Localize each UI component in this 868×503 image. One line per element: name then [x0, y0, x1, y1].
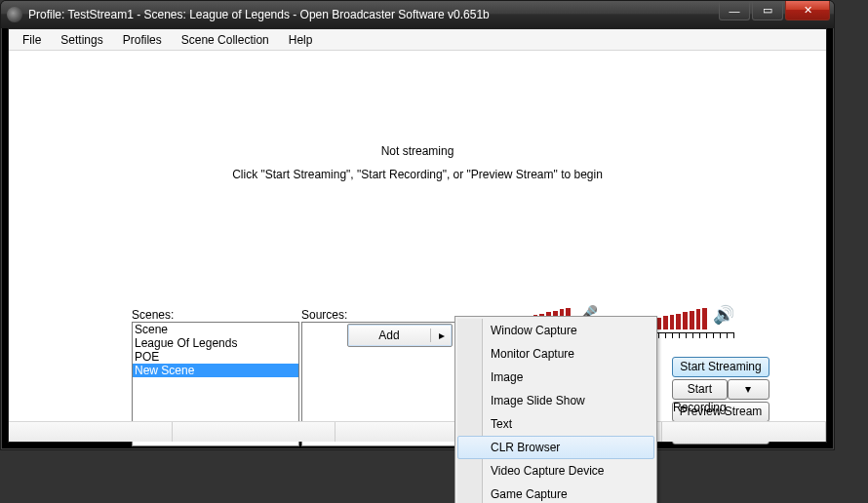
add-source-submenu: Window CaptureMonitor CaptureImageImage … [454, 316, 657, 503]
context-menu-item[interactable]: Video Capture Device [457, 459, 654, 483]
minimize-button[interactable]: — [719, 1, 750, 20]
context-menu-item[interactable]: Window Capture [457, 319, 654, 342]
scene-item[interactable]: Scene [133, 323, 298, 336]
add-source-menu-button[interactable]: Add ▸ [347, 324, 453, 347]
titlebar[interactable]: Profile: TestStream1 - Scenes: League of… [1, 1, 834, 28]
scenes-label: Scenes: [132, 308, 299, 322]
status-cell [662, 422, 826, 442]
add-source-label: Add [348, 329, 430, 342]
start-recording-button[interactable]: Start Recording [672, 379, 728, 400]
preview-status: Not streaming [381, 144, 454, 158]
scene-item[interactable]: New Scene [133, 364, 298, 377]
scene-item[interactable]: POE [133, 350, 298, 364]
client-area: File Settings Profiles Scene Collection … [8, 28, 827, 443]
window-title: Profile: TestStream1 - Scenes: League of… [28, 8, 490, 21]
menu-profiles[interactable]: Profiles [113, 30, 172, 50]
context-menu-item[interactable]: Text [457, 412, 654, 436]
app-icon [7, 7, 22, 22]
scene-item[interactable]: League Of Legends [133, 336, 298, 350]
menu-help[interactable]: Help [279, 30, 323, 50]
preview-stream-button[interactable]: Preview Stream [672, 402, 769, 422]
status-cell [173, 422, 336, 442]
context-menu-item[interactable]: Game Capture [457, 483, 654, 503]
start-streaming-button[interactable]: Start Streaming [672, 357, 769, 377]
menu-settings[interactable]: Settings [51, 30, 112, 50]
menubar: File Settings Profiles Scene Collection … [9, 29, 826, 51]
context-menu-item[interactable]: Image [457, 366, 654, 389]
menu-file[interactable]: File [13, 30, 51, 50]
maximize-button[interactable]: ▭ [752, 1, 783, 20]
context-menu-item[interactable]: Monitor Capture [457, 342, 654, 366]
statusbar [9, 421, 826, 442]
speaker-icon[interactable]: 🔊 [713, 304, 734, 326]
menu-scene-collection[interactable]: Scene Collection [172, 30, 279, 50]
submenu-arrow-icon: ▸ [430, 329, 452, 342]
sources-label: Sources: [301, 308, 477, 322]
app-window: Profile: TestStream1 - Scenes: League of… [0, 0, 835, 450]
preview-area: Not streaming Click "Start Streaming", "… [9, 51, 826, 275]
context-menu-item[interactable]: Image Slide Show [457, 389, 654, 412]
context-menu-item[interactable]: CLR Browser [457, 436, 654, 459]
close-button[interactable]: ✕ [785, 1, 830, 20]
preview-hint: Click "Start Streaming", "Start Recordin… [232, 168, 603, 181]
status-cell [9, 422, 173, 442]
recording-dropdown-button[interactable]: ▾ [728, 379, 769, 400]
